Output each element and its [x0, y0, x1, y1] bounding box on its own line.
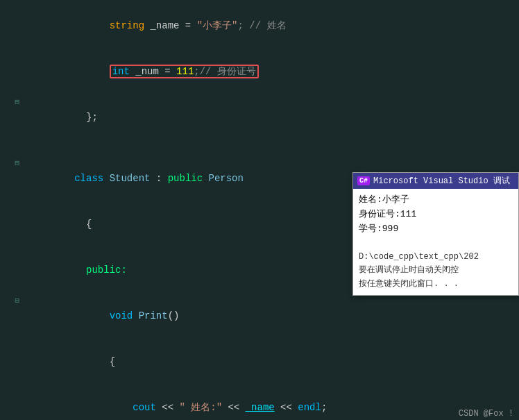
popup-body: 姓名:小李子 身份证号:111 学号:999 D:\code_cpp\text_… [353, 189, 518, 295]
output-line-5: D:\code_cpp\text_cpp\202 [359, 251, 513, 264]
vs-icon: C# [357, 176, 370, 185]
code-line-9: { [0, 339, 519, 385]
output-line-3: 学号:999 [359, 222, 513, 237]
highlight-int-num: int _num = 111;// 身份证号 [110, 65, 259, 78]
popup-titlebar: C# Microsoft Visual Studio 调试 [353, 173, 518, 189]
code-line-4 [0, 140, 519, 156]
code-content-8: void Print() [25, 293, 519, 339]
code-content-2: int _num = 111;// 身份证号 [25, 49, 519, 94]
footer-credit: CSDN @Fox ! [453, 408, 519, 420]
collapse-icon-3[interactable]: ⊟ [15, 94, 19, 110]
collapse-icon-5[interactable]: ⊟ [15, 156, 19, 171]
code-content-9: { [25, 339, 519, 385]
output-line-6: 要在调试停止时自动关闭控 [359, 264, 513, 277]
gutter-3: ⊟ [0, 94, 25, 110]
gutter-5: ⊟ [0, 156, 25, 171]
output-line-4 [359, 236, 513, 251]
popup-title: Microsoft Visual Studio 调试 [373, 175, 510, 187]
code-content-3: }; [25, 94, 519, 140]
code-line-8: ⊟ void Print() [0, 293, 519, 339]
code-content-1: string _name = "小李子"; // 姓名 [25, 3, 519, 49]
output-popup: C# Microsoft Visual Studio 调试 姓名:小李子 身份证… [352, 172, 519, 296]
token-type: string [110, 20, 144, 31]
code-line-10: cout << " 姓名:" << _name << endl; [0, 385, 519, 420]
editor-area: string _name = "小李子"; // 姓名 int _num = 1… [0, 0, 519, 420]
output-line-1: 姓名:小李子 [359, 193, 513, 208]
code-line-1: string _name = "小李子"; // 姓名 [0, 3, 519, 49]
output-line-2: 身份证号:111 [359, 208, 513, 222]
collapse-icon-8[interactable]: ⊟ [15, 293, 19, 308]
code-content-10: cout << " 姓名:" << _name << endl; [25, 385, 519, 420]
output-line-7: 按任意键关闭此窗口. . . [359, 278, 513, 291]
code-line-3: ⊟ }; [0, 94, 519, 140]
gutter-8: ⊟ [0, 293, 25, 308]
code-line-2: int _num = 111;// 身份证号 [0, 49, 519, 94]
